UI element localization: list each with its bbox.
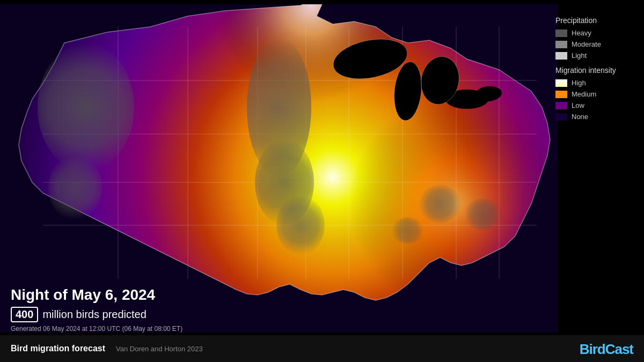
moderate-label: Moderate [572,40,601,48]
heavy-label: Heavy [572,29,591,37]
legend-item-medium: Medium [555,90,639,98]
legend-item-heavy: Heavy [555,29,639,37]
none-label: None [572,113,588,121]
legend-item-light: Light [555,51,639,60]
light-swatch [555,52,567,60]
low-swatch [555,102,567,109]
birdcast-logo: BirdCast [580,341,633,358]
legend-item-none: None [555,113,639,121]
high-label: High [572,79,586,87]
precipitation-legend-title: Precipitation [555,16,639,25]
legend-item-high: High [555,79,639,87]
legend-item-low: Low [555,101,639,109]
birds-predicted: 400 million birds predicted [11,307,182,322]
medium-swatch [555,91,567,98]
map-canvas [0,0,558,333]
light-label: Light [572,51,587,60]
footer: Bird migration forecast Van Doren and Ho… [0,335,644,362]
none-swatch [555,113,567,121]
birdcast-logo-bird: Bird [580,341,605,357]
night-title: Night of May 6, 2024 [11,286,182,304]
birdcast-logo-cast: Cast [605,341,633,357]
legend-item-moderate: Moderate [555,40,639,48]
map-container [0,0,558,333]
footer-title: Bird migration forecast [11,344,105,353]
count-box: 400 [11,307,38,322]
medium-label: Medium [572,90,596,98]
high-swatch [555,79,567,87]
low-label: Low [572,101,584,109]
legend: Precipitation Heavy Moderate Light Migra… [555,16,639,124]
footer-citation: Van Doren and Horton 2023 [116,345,203,353]
birds-text: million birds predicted [42,308,146,321]
generated-text: Generated 06 May 2024 at 12:00 UTC (06 M… [11,325,182,333]
heavy-swatch [555,29,567,37]
migration-legend-title: Migration intensity [555,66,639,75]
info-overlay: Night of May 6, 2024 400 million birds p… [11,286,182,333]
moderate-swatch [555,41,567,48]
